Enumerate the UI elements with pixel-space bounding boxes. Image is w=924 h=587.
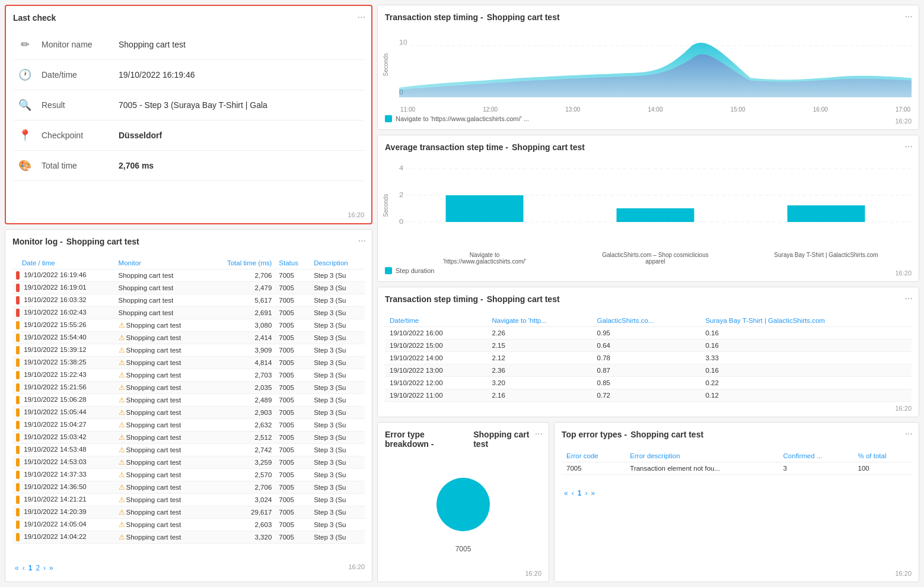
x-label-1400: 14:00: [648, 106, 662, 113]
log-datetime: 19/10/2022 14:20:39: [12, 506, 115, 519]
log-total-time: 3,080: [207, 319, 275, 332]
log-datetime: 19/10/2022 14:21:21: [12, 494, 115, 506]
svg-text:0: 0: [399, 218, 404, 225]
step-col-suraya: Suraya Bay T-Shirt | GalacticShirts.com: [700, 315, 912, 327]
last-check-menu[interactable]: ···: [358, 12, 365, 23]
log-table-row: 19/10/2022 16:19:46 Shopping cart test 2…: [12, 269, 365, 282]
last-check-value: 19/10/2022 16:19:46: [114, 60, 364, 90]
svg-text:10: 10: [399, 38, 407, 45]
log-datetime: 19/10/2022 15:06:28: [12, 394, 115, 407]
donut-area: 7005: [385, 459, 541, 563]
step-timing-table: Date/time Navigate to 'http... GalacticS…: [385, 315, 912, 402]
bar-label-1: Navigate to'https://www.galacticshirts.c…: [400, 252, 569, 265]
top-errors-page-first[interactable]: «: [564, 489, 568, 497]
last-check-icon: 🔍: [13, 90, 37, 120]
error-breakdown-timestamp: 16:20: [525, 570, 541, 577]
step-table-monitor: Shopping cart test: [487, 294, 560, 304]
last-check-row: 🔍 Result 7005 - Step 3 (Suraya Bay T-Shi…: [13, 90, 364, 120]
log-table-row: 19/10/2022 15:38:25 ⚠Shopping cart test …: [12, 357, 365, 369]
log-status: 7005: [275, 294, 310, 307]
monitor-log-menu[interactable]: ···: [358, 236, 366, 246]
top-errors-monitor: Shopping cart test: [630, 430, 703, 439]
top-errors-page-last[interactable]: »: [591, 489, 595, 497]
log-page-first[interactable]: «: [15, 564, 19, 572]
log-datetime: 19/10/2022 15:55:26: [12, 319, 115, 332]
error-breakdown-menu[interactable]: ···: [535, 429, 543, 439]
top-errors-page-next[interactable]: ›: [585, 489, 587, 497]
last-check-timestamp: 16:20: [348, 211, 364, 218]
avg-step-menu[interactable]: ···: [905, 141, 913, 152]
step-row-suraya: 0.16: [700, 339, 912, 352]
log-datetime: 19/10/2022 14:53:03: [12, 456, 115, 469]
log-table-row: 19/10/2022 15:04:27 ⚠Shopping cart test …: [12, 419, 365, 431]
log-page-last[interactable]: »: [49, 564, 53, 572]
log-total-time: 2,479: [207, 282, 275, 294]
log-description: Step 3 (Su: [310, 332, 365, 344]
log-description: Step 3 (Su: [310, 456, 365, 469]
log-datetime: 19/10/2022 15:39:12: [12, 344, 115, 357]
log-monitor: ⚠Shopping cart test: [115, 332, 207, 344]
step-table-menu[interactable]: ···: [905, 293, 913, 304]
svg-rect-9: [446, 195, 524, 222]
top-errors-page-prev[interactable]: ‹: [572, 489, 574, 497]
log-monitor: ⚠Shopping cart test: [115, 419, 207, 431]
log-total-time: 3,259: [207, 456, 275, 469]
log-datetime: 19/10/2022 14:53:48: [12, 444, 115, 456]
step-row-datetime: 19/10/2022 16:00: [385, 327, 487, 339]
monitor-log-scroll[interactable]: Date / time Monitor Total time (ms) Stat…: [12, 257, 365, 559]
bottom-right-row: Error type breakdown - Shopping cart tes…: [377, 422, 919, 582]
tx-step-timing-menu[interactable]: ···: [905, 11, 913, 22]
step-row-nav: 2.12: [487, 352, 592, 364]
step-row-galactic: 0.95: [592, 327, 701, 339]
log-col-description: Description: [310, 257, 365, 269]
step-row-suraya: 0.12: [700, 389, 912, 402]
step-table-title: Transaction step timing -: [385, 294, 483, 304]
log-status: 7005: [275, 444, 310, 456]
avg-bar-labels: Navigate to'https://www.galacticshirts.c…: [399, 252, 912, 265]
avg-y-axis-label: Seconds: [383, 194, 389, 217]
log-total-time: 3,024: [207, 494, 275, 506]
log-datetime: 19/10/2022 16:02:43: [12, 307, 115, 319]
log-description: Step 3 (Su: [310, 469, 365, 481]
log-page-next[interactable]: ›: [43, 564, 46, 572]
log-monitor: ⚠Shopping cart test: [115, 444, 207, 456]
step-row-datetime: 19/10/2022 13:00: [385, 364, 487, 377]
step-timing-row: 19/10/2022 15:00 2.15 0.64 0.16: [385, 339, 912, 352]
last-check-value: Shopping cart test: [114, 30, 364, 60]
top-errors-menu[interactable]: ···: [905, 429, 913, 439]
monitor-log-panel: Monitor log - Shopping cart test ··· Dat…: [5, 229, 372, 582]
err-col-percent: % of total: [853, 450, 912, 462]
avg-legend-dot: [385, 267, 392, 274]
log-description: Step 3 (Su: [310, 344, 365, 357]
top-errors-pagination: « ‹ 1 › »: [562, 484, 912, 500]
log-description: Step 3 (Su: [310, 282, 365, 294]
last-check-table: ✏ Monitor name Shopping cart test 🕐 Date…: [13, 30, 364, 181]
last-check-value: Düsseldorf: [114, 120, 364, 151]
step-row-datetime: 19/10/2022 14:00: [385, 352, 487, 364]
log-page-prev[interactable]: ‹: [23, 564, 25, 572]
log-status: 7005: [275, 332, 310, 344]
log-monitor: ⚠Shopping cart test: [115, 369, 207, 382]
err-col-desc: Error description: [625, 450, 778, 462]
last-check-value: 7005 - Step 3 (Suraya Bay T-Shirt | Gala: [114, 90, 364, 120]
log-table-row: 19/10/2022 15:03:42 ⚠Shopping cart test …: [12, 431, 365, 444]
top-errors-timestamp: 16:20: [895, 570, 912, 577]
log-page-2[interactable]: 2: [36, 564, 40, 572]
log-description: Step 3 (Su: [310, 481, 365, 494]
log-col-totaltime: Total time (ms): [207, 257, 275, 269]
step-timing-row: 19/10/2022 14:00 2.12 0.78 3.33: [385, 352, 912, 364]
svg-rect-10: [617, 208, 694, 222]
log-col-monitor: Monitor: [115, 257, 207, 269]
avg-legend-text: Step duration: [396, 267, 434, 274]
error-confirmed: 3: [779, 462, 853, 475]
log-description: Step 3 (Su: [310, 307, 365, 319]
error-description: Transaction element not fou...: [625, 462, 778, 475]
tx-step-timestamp: 16:20: [895, 118, 912, 125]
top-errors-panel: Top error types - Shopping cart test ···…: [554, 422, 919, 582]
avg-step-monitor: Shopping cart test: [512, 142, 585, 152]
log-monitor: ⚠Shopping cart test: [115, 519, 207, 531]
step-timing-table-panel: Transaction step timing - Shopping cart …: [377, 287, 919, 417]
log-total-time: 2,570: [207, 469, 275, 481]
log-total-time: 2,742: [207, 444, 275, 456]
log-monitor: ⚠Shopping cart test: [115, 506, 207, 519]
